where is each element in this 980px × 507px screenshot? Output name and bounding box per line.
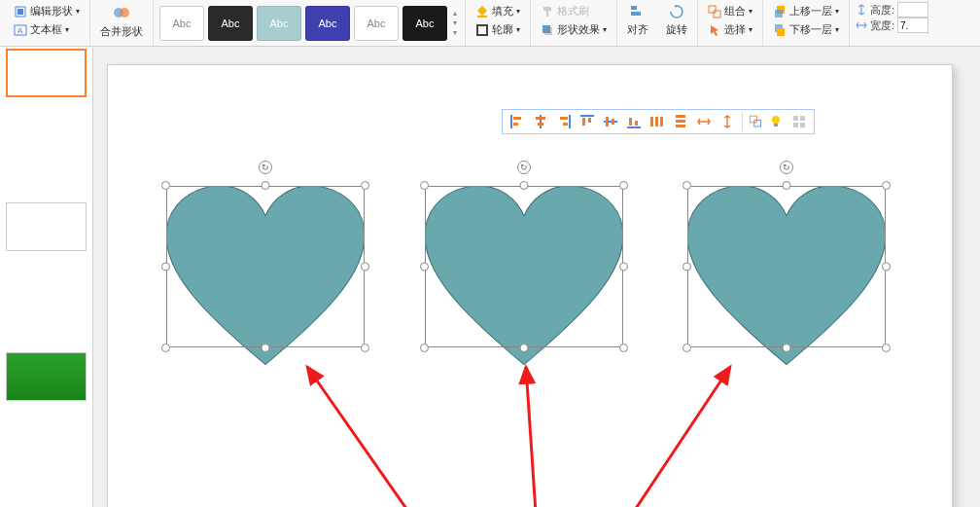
slide-thumbnail-3[interactable] <box>6 352 87 401</box>
rotation-handle[interactable]: ↻ <box>517 161 531 174</box>
svg-rect-36 <box>635 121 638 126</box>
svg-rect-43 <box>751 116 757 123</box>
align-left-button[interactable] <box>507 112 528 131</box>
resize-handle-bl[interactable] <box>682 344 691 352</box>
style-swatch-1[interactable]: Abc <box>159 6 204 41</box>
height-icon <box>856 4 867 16</box>
format-painter-label: 格式刷 <box>557 4 589 18</box>
text-box-button[interactable]: A 文本框 ▾ <box>10 20 84 39</box>
resize-handle-br[interactable] <box>619 344 628 352</box>
resize-handle-mr[interactable] <box>882 263 891 272</box>
resize-handle-tm[interactable] <box>262 181 270 190</box>
resize-handle-tl[interactable] <box>161 181 170 190</box>
rotate-label: 旋转 <box>666 22 687 37</box>
resize-handle-tl[interactable] <box>420 181 429 190</box>
slide-thumbnails-panel[interactable] <box>0 47 93 507</box>
resize-handle-bm[interactable] <box>262 344 270 352</box>
slide-thumbnail-1[interactable] <box>6 49 87 97</box>
text-box-icon: A <box>14 23 27 37</box>
group-label: 组合 <box>724 4 746 18</box>
heart-icon <box>687 186 886 365</box>
bring-forward-button[interactable]: 上移一层 ▾ <box>769 2 843 20</box>
heart-shape-1[interactable]: ↻ <box>166 186 365 347</box>
align-middle-v-button[interactable] <box>600 112 621 131</box>
equal-height-button[interactable] <box>717 112 738 131</box>
fill-button[interactable]: 填充 ▾ <box>472 2 524 20</box>
group-button[interactable] <box>742 112 763 131</box>
resize-handle-br[interactable] <box>361 344 369 352</box>
canvas-area[interactable]: ↻↻↻ <box>93 47 980 507</box>
resize-handle-tm[interactable] <box>520 181 529 190</box>
width-control[interactable]: 宽度: <box>856 18 928 33</box>
resize-handle-ml[interactable] <box>682 263 691 272</box>
height-input[interactable] <box>897 2 928 18</box>
heart-shape-2[interactable]: ↻ <box>425 186 623 347</box>
send-backward-icon <box>773 23 787 37</box>
svg-rect-29 <box>582 118 585 126</box>
outline-button[interactable]: 轮廓 ▾ <box>472 20 524 39</box>
merge-shapes-button[interactable]: 合并形状 <box>96 2 147 41</box>
distribute-v-button[interactable] <box>670 112 691 131</box>
equal-height-icon <box>718 113 736 130</box>
send-backward-button[interactable]: 下移一层 ▾ <box>769 20 843 39</box>
style-swatch-6[interactable]: Abc <box>402 6 447 41</box>
outline-label: 轮廓 <box>492 22 513 37</box>
equal-width-button[interactable] <box>693 112 715 131</box>
shape-effects-button[interactable]: 形状效果 ▾ <box>537 20 611 39</box>
resize-handle-mr[interactable] <box>619 263 628 272</box>
align-center-h-button[interactable] <box>530 112 551 131</box>
resize-handle-tr[interactable] <box>619 181 628 190</box>
style-swatch-2[interactable]: Abc <box>208 6 253 41</box>
select-button[interactable]: 选择 ▾ <box>704 20 756 39</box>
rotate-icon <box>668 4 685 19</box>
svg-rect-49 <box>793 123 798 127</box>
align-top-button[interactable] <box>577 112 598 131</box>
rotation-handle[interactable]: ↻ <box>780 161 793 174</box>
resize-handle-ml[interactable] <box>161 263 170 272</box>
style-swatch-4[interactable]: Abc <box>305 6 350 41</box>
rotate-button[interactable]: 旋转 <box>662 2 691 39</box>
width-input[interactable] <box>897 18 928 33</box>
idea-button[interactable] <box>765 112 787 131</box>
select-label: 选择 <box>724 22 746 37</box>
resize-handle-tm[interactable] <box>783 181 791 190</box>
bring-forward-label: 上移一层 <box>789 4 832 18</box>
resize-handle-br[interactable] <box>882 344 891 352</box>
align-right-button[interactable] <box>553 112 575 131</box>
svg-rect-19 <box>510 115 512 128</box>
fill-icon <box>475 5 489 18</box>
edit-shape-button[interactable]: 编辑形状 ▾ <box>10 2 84 20</box>
svg-rect-11 <box>714 11 720 18</box>
gallery-more[interactable]: ▴▾▾ <box>451 9 459 38</box>
resize-handle-tl[interactable] <box>682 181 691 190</box>
style-swatch-3[interactable]: Abc <box>257 6 301 41</box>
resize-handle-tr[interactable] <box>882 181 891 190</box>
group-icon <box>708 5 721 18</box>
resize-handle-mr[interactable] <box>361 263 369 272</box>
grid-button[interactable] <box>788 112 810 131</box>
resize-handle-tr[interactable] <box>361 181 369 190</box>
svg-rect-37 <box>650 117 653 127</box>
svg-rect-41 <box>676 120 685 123</box>
group-button[interactable]: 组合 ▾ <box>704 2 756 20</box>
align-button[interactable]: 对齐 <box>623 2 652 39</box>
chevron-down-icon: ▾ <box>76 7 80 16</box>
distribute-h-button[interactable] <box>647 112 668 131</box>
align-bottom-button[interactable] <box>623 112 645 131</box>
width-icon <box>856 19 867 31</box>
rotation-handle[interactable]: ↻ <box>259 161 272 174</box>
heart-shape-3[interactable]: ↻ <box>687 186 886 347</box>
height-control[interactable]: 高度: <box>856 2 928 18</box>
resize-handle-bm[interactable] <box>520 344 529 352</box>
resize-handle-bm[interactable] <box>783 344 791 352</box>
resize-handle-bl[interactable] <box>161 344 170 352</box>
idea-icon <box>767 113 785 130</box>
style-swatch-5[interactable]: Abc <box>354 6 399 41</box>
svg-rect-13 <box>775 10 783 18</box>
resize-handle-bl[interactable] <box>420 344 429 352</box>
resize-handle-ml[interactable] <box>420 263 429 272</box>
slide-thumbnail-2[interactable] <box>6 202 87 251</box>
svg-rect-25 <box>569 115 571 128</box>
svg-rect-4 <box>477 16 487 18</box>
shape-effects-icon <box>541 23 554 37</box>
